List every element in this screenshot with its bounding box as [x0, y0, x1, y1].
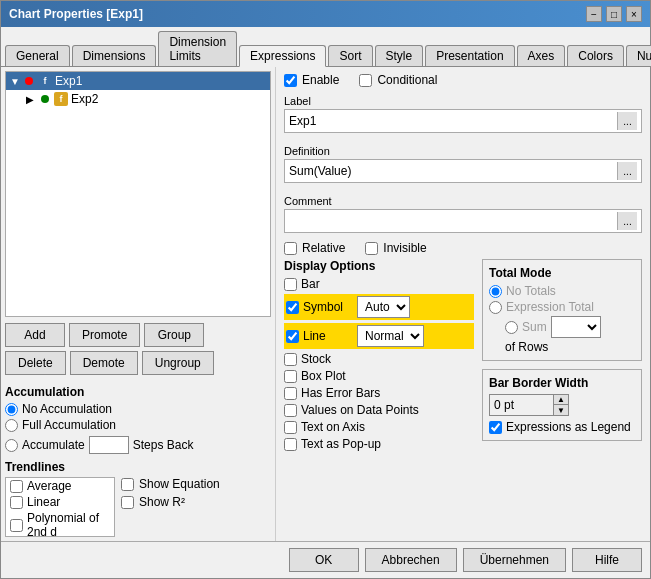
tab-colors[interactable]: Colors: [567, 45, 624, 66]
trend-linear[interactable]: Linear: [6, 494, 114, 510]
symbol-select[interactable]: Auto: [357, 296, 410, 318]
maximize-button[interactable]: □: [606, 6, 622, 22]
abbrechen-button[interactable]: Abbrechen: [365, 548, 457, 572]
ungroup-button[interactable]: Ungroup: [142, 351, 214, 375]
expand-icon: ▼: [10, 76, 22, 87]
line-select[interactable]: Normal: [357, 325, 424, 347]
line-label: Line: [303, 329, 353, 343]
label-field-btn[interactable]: ...: [617, 112, 637, 130]
label-field-label: Label: [284, 95, 642, 107]
text-as-popup-checkbox[interactable]: [284, 438, 297, 451]
show-equation-label: Show Equation: [139, 477, 220, 491]
sum-select[interactable]: [551, 316, 601, 338]
right-panel: Enable Conditional Label Exp1 ... Defini…: [276, 67, 650, 541]
exp2-dot: [41, 95, 49, 103]
enable-checkbox[interactable]: [284, 74, 297, 87]
hilfe-button[interactable]: Hilfe: [572, 548, 642, 572]
sum-label: Sum: [522, 320, 547, 334]
tab-dimension-limits[interactable]: Dimension Limits: [158, 31, 237, 66]
minimize-button[interactable]: −: [586, 6, 602, 22]
tab-dimensions[interactable]: Dimensions: [72, 45, 157, 66]
enable-label: Enable: [302, 73, 339, 87]
tab-sort[interactable]: Sort: [328, 45, 372, 66]
full-accumulation-radio[interactable]: [5, 419, 18, 432]
expression-tree[interactable]: ▼ f Exp1 ▶ f Exp2: [5, 71, 271, 317]
tree-item-exp1[interactable]: ▼ f Exp1: [6, 72, 270, 90]
expand-icon2: ▶: [26, 94, 38, 105]
text-on-axis-label: Text on Axis: [301, 420, 365, 434]
symbol-checkbox[interactable]: [286, 301, 299, 314]
content-area: ▼ f Exp1 ▶ f Exp2 Add Promote Group: [1, 67, 650, 541]
label-field-row: Label Exp1 ...: [284, 95, 642, 133]
promote-button[interactable]: Promote: [69, 323, 140, 347]
error-bars-checkbox[interactable]: [284, 387, 297, 400]
trendlines-list[interactable]: Average Linear Polynomial of 2nd d: [5, 477, 115, 537]
invisible-check-row: Invisible: [365, 241, 426, 255]
tab-axes[interactable]: Axes: [517, 45, 566, 66]
tab-expressions[interactable]: Expressions: [239, 45, 326, 67]
definition-field-input[interactable]: Sum(Value) ...: [284, 159, 642, 183]
stock-checkbox[interactable]: [284, 353, 297, 366]
trendlines-inner: Average Linear Polynomial of 2nd d: [5, 477, 271, 537]
total-mode-title: Total Mode: [489, 266, 635, 280]
trendlines-section: Trendlines Average Linear Po: [5, 460, 271, 537]
tab-style[interactable]: Style: [375, 45, 424, 66]
bottom-bar: OK Abbrechen Übernehmen Hilfe: [1, 541, 650, 578]
label-field-value: Exp1: [289, 114, 617, 128]
tab-bar: General Dimensions Dimension Limits Expr…: [1, 27, 650, 67]
text-on-axis-checkbox[interactable]: [284, 421, 297, 434]
bar-border-up[interactable]: ▲: [554, 395, 568, 405]
group-button[interactable]: Group: [144, 323, 204, 347]
no-totals-radio[interactable]: [489, 285, 502, 298]
show-r2-check[interactable]: [121, 496, 134, 509]
label-field-input[interactable]: Exp1 ...: [284, 109, 642, 133]
no-totals-row: No Totals: [489, 284, 635, 298]
tab-general[interactable]: General: [5, 45, 70, 66]
definition-field-btn[interactable]: ...: [617, 162, 637, 180]
add-button[interactable]: Add: [5, 323, 65, 347]
relative-checkbox[interactable]: [284, 242, 297, 255]
close-button[interactable]: ×: [626, 6, 642, 22]
trend-linear-check[interactable]: [10, 496, 23, 509]
sum-radio[interactable]: [505, 321, 518, 334]
accumulate-radio[interactable]: [5, 439, 18, 452]
steps-input[interactable]: 10: [89, 436, 129, 454]
total-mode-section: Total Mode No Totals Expression Total Su…: [482, 259, 642, 361]
expression-total-radio[interactable]: [489, 301, 502, 314]
tab-presentation[interactable]: Presentation: [425, 45, 514, 66]
expression-total-label: Expression Total: [506, 300, 594, 314]
show-r2-row: Show R²: [121, 495, 220, 509]
bar-border-value: 0 pt: [490, 397, 553, 413]
bar-border-section: Bar Border Width 0 pt ▲ ▼ Expressions as…: [482, 369, 642, 441]
invisible-checkbox[interactable]: [365, 242, 378, 255]
window-title: Chart Properties [Exp1]: [9, 7, 143, 21]
definition-field-label: Definition: [284, 145, 642, 157]
trend-average-check[interactable]: [10, 480, 23, 493]
tree-item-exp2[interactable]: ▶ f Exp2: [6, 90, 270, 108]
bar-border-down[interactable]: ▼: [554, 405, 568, 415]
text-as-popup-label: Text as Pop-up: [301, 437, 381, 451]
trend-average[interactable]: Average: [6, 478, 114, 494]
ok-button[interactable]: OK: [289, 548, 359, 572]
trend-poly2[interactable]: Polynomial of 2nd d: [6, 510, 114, 537]
trend-poly2-check[interactable]: [10, 519, 23, 532]
values-on-data-checkbox[interactable]: [284, 404, 297, 417]
text-as-popup-row: Text as Pop-up: [284, 437, 474, 451]
exp2-label: Exp2: [71, 92, 98, 106]
comment-field-btn[interactable]: ...: [617, 212, 637, 230]
bar-checkbox[interactable]: [284, 278, 297, 291]
expr-legend-checkbox[interactable]: [489, 421, 502, 434]
delete-button[interactable]: Delete: [5, 351, 66, 375]
demote-button[interactable]: Demote: [70, 351, 138, 375]
text-on-axis-row: Text on Axis: [284, 420, 474, 434]
show-equation-check[interactable]: [121, 478, 134, 491]
tab-number[interactable]: Number: [626, 45, 651, 66]
window-controls: − □ ×: [586, 6, 642, 22]
comment-field-input[interactable]: ...: [284, 209, 642, 233]
line-checkbox[interactable]: [286, 330, 299, 343]
box-plot-checkbox[interactable]: [284, 370, 297, 383]
ubernehmen-button[interactable]: Übernehmen: [463, 548, 566, 572]
display-options-section: Display Options Bar Symbol Auto: [284, 259, 474, 535]
conditional-checkbox[interactable]: [359, 74, 372, 87]
no-accumulation-radio[interactable]: [5, 403, 18, 416]
